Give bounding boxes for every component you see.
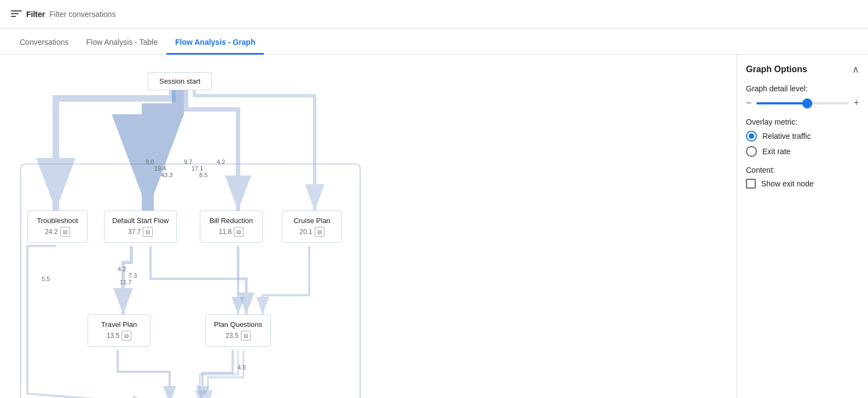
node-bill-reduction-value: 11.8 [219, 228, 232, 236]
node-cruise-plan-row: 20.1 ⊟ [299, 227, 324, 237]
slider-fill [756, 102, 807, 104]
node-default-start-icon[interactable]: ⊟ [143, 227, 153, 237]
node-default-start-label: Default Start Flow [112, 216, 169, 225]
panel-title: Graph Options [746, 65, 807, 74]
slider-thumb[interactable] [802, 98, 812, 108]
node-default-start[interactable]: Default Start Flow 37.7 ⊟ [104, 210, 177, 243]
edge-label-e3: 43.3 [161, 172, 172, 178]
overlay-metric-section: Overlay metric: Relative traffic Exit ra… [746, 118, 859, 157]
slider-plus-icon[interactable]: + [853, 97, 859, 109]
slider-minus-icon[interactable]: − [746, 97, 752, 109]
node-cruise-plan-value: 20.1 [299, 228, 312, 236]
node-bill-reduction[interactable]: Bill Reduction 11.8 ⊟ [200, 210, 263, 243]
edge-label-e12: 4.5 [238, 364, 246, 371]
filter-description: Filter conversations [49, 10, 115, 19]
radio-relative-traffic-circle[interactable] [746, 131, 757, 142]
node-troubleshoot[interactable]: Troubleshoot 24.2 ⊟ [27, 210, 88, 243]
detail-level-slider[interactable] [756, 102, 849, 104]
graph-options-panel: Graph Options ∧ Graph detail level: − + … [737, 55, 868, 398]
show-exit-node-checkbox[interactable] [746, 179, 756, 189]
graph-container: Session start 8.0 19.4 43.3 9.7 17.1 8.5… [11, 66, 726, 394]
main-content: Session start 8.0 19.4 43.3 9.7 17.1 8.5… [0, 55, 868, 398]
svg-rect-2 [11, 16, 16, 17]
node-default-start-value: 37.7 [128, 228, 141, 236]
node-session-start-label: Session start [159, 77, 200, 85]
svg-rect-1 [11, 13, 19, 14]
node-bill-reduction-label: Bill Reduction [210, 216, 253, 225]
panel-header: Graph Options ∧ [746, 63, 859, 75]
edge-label-e10: 7.3 [129, 272, 137, 279]
node-bill-reduction-icon[interactable]: ⊟ [234, 227, 244, 237]
edge-label-e6: 8.5 [199, 172, 207, 178]
edge-label-e4: 9.7 [184, 159, 192, 165]
node-troubleshoot-value: 24.2 [45, 228, 57, 236]
radio-exit-rate[interactable]: Exit rate [746, 146, 859, 157]
tab-flow-graph[interactable]: Flow Analysis - Graph [166, 31, 264, 55]
overlay-metric-label: Overlay metric: [746, 118, 859, 126]
detail-level-label: Graph detail level: [746, 84, 859, 93]
filter-label: Filter [26, 10, 45, 19]
node-travel-plan-value: 13.5 [107, 332, 119, 340]
node-session-start[interactable]: Session start [148, 72, 212, 90]
radio-exit-rate-label: Exit rate [762, 147, 790, 156]
node-plan-questions-value: 23.5 [225, 332, 238, 340]
graph-area[interactable]: Session start 8.0 19.4 43.3 9.7 17.1 8.5… [0, 55, 737, 398]
tabs-container: Conversations Flow Analysis - Table Flow… [0, 28, 868, 55]
radio-relative-traffic-label: Relative traffic [762, 132, 811, 141]
node-troubleshoot-label: Troubleshoot [37, 216, 78, 225]
node-plan-questions[interactable]: Plan Questions 23.5 ⊟ [205, 314, 271, 347]
edge-label-e5: 17.1 [192, 165, 203, 172]
content-label: Content: [746, 166, 859, 174]
node-travel-plan-label: Travel Plan [101, 320, 137, 329]
radio-relative-traffic[interactable]: Relative traffic [746, 131, 859, 142]
filter-icon [11, 10, 22, 18]
filter-bar: Filter Filter conversations [0, 0, 868, 28]
show-exit-node-option[interactable]: Show exit node [746, 179, 859, 189]
node-troubleshoot-icon[interactable]: ⊟ [60, 227, 70, 237]
node-bill-reduction-row: 11.8 ⊟ [219, 227, 244, 237]
detail-level-section: Graph detail level: − + [746, 84, 859, 109]
content-section: Content: Show exit node [746, 166, 859, 189]
node-cruise-plan[interactable]: Cruise Plan 20.1 ⊟ [282, 210, 342, 243]
radio-exit-rate-circle[interactable] [746, 146, 757, 157]
edge-label-e1: 8.0 [146, 159, 154, 165]
edge-label-e11: 11.7 [120, 279, 131, 285]
tab-conversations[interactable]: Conversations [11, 31, 78, 55]
node-plan-questions-row: 23.5 ⊟ [225, 331, 250, 341]
node-travel-plan-icon[interactable]: ⊟ [121, 331, 131, 341]
edge-label-e7: 4.2 [217, 159, 225, 165]
edge-label-e8: 5.5 [42, 276, 50, 282]
collapse-button[interactable]: ∧ [852, 63, 859, 75]
edge-label-e2: 19.4 [154, 165, 166, 172]
node-cruise-plan-icon[interactable]: ⊟ [315, 227, 325, 237]
node-travel-plan-row: 13.5 ⊟ [107, 331, 131, 341]
edge-label-e9: 4.2 [118, 266, 126, 272]
slider-row: − + [746, 97, 859, 109]
node-travel-plan[interactable]: Travel Plan 13.5 ⊟ [88, 314, 151, 347]
svg-rect-0 [11, 10, 22, 11]
svg-rect-5 [21, 164, 360, 398]
node-plan-questions-label: Plan Questions [214, 320, 262, 329]
node-troubleshoot-row: 24.2 ⊟ [45, 227, 70, 237]
node-cruise-plan-label: Cruise Plan [293, 216, 330, 225]
show-exit-node-label: Show exit node [761, 179, 814, 188]
node-plan-questions-icon[interactable]: ⊟ [241, 331, 251, 341]
tab-flow-table[interactable]: Flow Analysis - Table [78, 31, 166, 55]
node-default-start-row: 37.7 ⊟ [128, 227, 153, 237]
